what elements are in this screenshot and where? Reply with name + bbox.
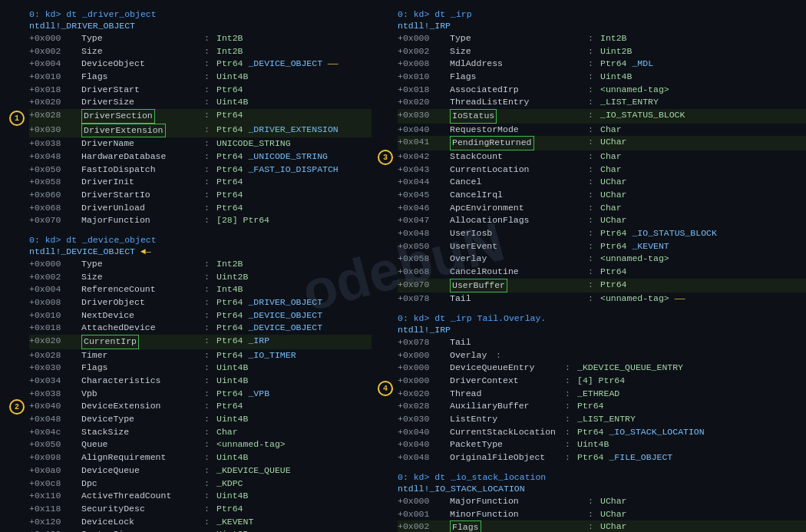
tail-sub-drivercontext: +0x000 DriverContext : [4] Ptr64 <box>398 375 806 388</box>
dev-field-refcount: +0x004 ReferenceCount : Int4B <box>29 283 372 296</box>
badge-2: 2 <box>9 399 25 415</box>
dev-field-activethreadcount: +0x110 ActiveThreadCount : Uint4B <box>29 490 372 503</box>
io-stack-block: 5 0: kd> dt _io_stack_location ntdll!_IO… <box>398 472 806 532</box>
cmd-io-stack: 0: kd> dt _io_stack_location <box>398 472 806 482</box>
device-object-block: 2 0: kd> dt _device_object ntdll!_DEVICE… <box>29 235 372 532</box>
dev-field-devicelock: +0x120 DeviceLock : _KEVENT <box>29 516 372 529</box>
irp-flags: +0x010 Flags : Uint4B <box>398 71 806 84</box>
irp-size: +0x002 Size : Uint2B <box>398 45 806 58</box>
io-field-majorfunc: +0x000 MajorFunction : UChar <box>398 495 806 508</box>
irp-currentlocation: +0x043 CurrentLocation : Char <box>398 164 806 177</box>
struct-device-object: ntdll!_DEVICE_OBJECT ◄— <box>29 246 372 256</box>
badge-1: 1 <box>9 111 25 126</box>
field-deviceobject: +0x004 DeviceObject : Ptr64 _DEVICE_OBJE… <box>29 58 372 71</box>
irp-useriosb: +0x048 UserIosb : Ptr64 _IO_STATUS_BLOCK <box>398 227 806 240</box>
tail-sub-origfileobj: +0x048 OriginalFileObject : Ptr64 _FILE_… <box>398 451 806 464</box>
dev-field-driverobject: +0x008 DriverObject : Ptr64 _DRIVER_OBJE… <box>29 296 372 309</box>
dev-field-devext: +0x040 DeviceExtension : Ptr64 <box>29 400 372 413</box>
irp-iostatus: +0x030 IoStatus : _IO_STATUS_BLOCK <box>398 109 806 124</box>
badge-4: 4 <box>378 381 393 396</box>
irp-pendingreturned: +0x041 PendingReturned : UChar <box>398 136 806 150</box>
tail-field-overlay: +0x000 Overlay : <box>398 349 806 362</box>
field-driverinit: +0x058 DriverInit : Ptr64 <box>29 176 372 189</box>
irp-fields: +0x000 Type : Int2B +0x002 Size : Uint2B… <box>398 32 806 306</box>
field-size: +0x002 Size : Int2B <box>29 45 372 58</box>
tail-sub-packettype: +0x040 PacketType : Uint4B <box>398 438 806 451</box>
irp-apcenvironment: +0x046 ApcEnvironment : Char <box>398 202 806 215</box>
dev-field-devqueue: +0x0a0 DeviceQueue : _KDEVICE_QUEUE <box>29 464 372 477</box>
struct-driver-object: ntdll!_DRIVER_OBJECT <box>29 21 372 31</box>
dev-field-securitydesc: +0x118 SecurityDesc : Ptr64 <box>29 503 372 516</box>
field-hwdatabase: +0x048 HardwareDatabase : Ptr64 _UNICODE… <box>29 150 372 164</box>
device-fields: +0x000 Type : Int2B +0x002 Size : Uint2B… <box>29 258 372 532</box>
dev-field-vpb: +0x038 Vpb : Ptr64 _VPB <box>29 388 372 401</box>
irp-cancelroutine: +0x068 CancelRoutine : Ptr64 <box>398 266 806 279</box>
irp-cancelirql: +0x045 CancelIrql : UChar <box>398 189 806 202</box>
cmd-irp-tail: 0: kd> dt _irp Tail.Overlay. <box>398 313 806 323</box>
field-driversize: +0x020 DriverSize : Uint4B <box>29 96 372 109</box>
dev-field-currentirp: +0x020 CurrentIrp : Ptr64 _IRP <box>29 335 372 349</box>
irp-allocationflags: +0x047 AllocationFlags : UChar <box>398 214 806 227</box>
struct-irp: ntdll!_IRP <box>398 21 806 31</box>
struct-irp-tail: ntdll!_IRP <box>398 325 806 335</box>
field-driverextension: +0x030 DriverExtension : Ptr64 _DRIVER_E… <box>29 124 372 138</box>
tail-sub-dqe: +0x000 DeviceQueueEntry : _KDEVICE_QUEUE… <box>398 362 806 375</box>
tail-field-tail: +0x078 Tail <box>398 336 806 349</box>
badge-3: 3 <box>378 150 393 165</box>
irp-type: +0x000 Type : Int2B <box>398 32 806 45</box>
field-flags: +0x010 Flags : Uint4B <box>29 71 372 84</box>
field-type: +0x000 Type : Int2B <box>29 32 372 45</box>
field-drivername: +0x038 DriverName : UNICODE_STRING <box>29 137 372 150</box>
field-driverunload: +0x068 DriverUnload : Ptr64 <box>29 202 372 215</box>
irp-tail-block: 4 0: kd> dt _irp Tail.Overlay. ntdll!_IR… <box>398 313 806 464</box>
field-driverstart: +0x018 DriverStart : Ptr64 <box>29 84 372 97</box>
irp-userevent: +0x050 UserEvent : Ptr64 _KEVENT <box>398 240 806 253</box>
driver-fields: +0x000 Type : Int2B +0x002 Size : Int2B … <box>29 32 372 227</box>
dev-field-size: +0x002 Size : Uint2B <box>29 271 372 284</box>
irp-mdladdress: +0x008 MdlAddress : Ptr64 _MDL <box>398 58 806 71</box>
struct-io-stack: ntdll!_IO_STACK_LOCATION <box>398 484 806 494</box>
dev-field-flags: +0x030 Flags : Uint4B <box>29 362 372 375</box>
left-panel: 1 0: kd> dt _driver_object ntdll!_DRIVER… <box>6 6 375 526</box>
tail-sub-listentry: +0x030 ListEntry : _LIST_ENTRY <box>398 413 806 426</box>
io-stack-fields: +0x000 MajorFunction : UChar +0x001 Mino… <box>398 495 806 532</box>
irp-tail: +0x078 Tail : <unnamed-tag> —— <box>398 292 806 306</box>
cmd-driver-object: 0: kd> dt _driver_object <box>29 9 372 19</box>
io-field-minorfunc: +0x001 MinorFunction : UChar <box>398 508 806 521</box>
field-driverstartio: +0x060 DriverStartIo : Ptr64 <box>29 189 372 202</box>
field-majorfunction: +0x070 MajorFunction : [28] Ptr64 <box>29 214 372 227</box>
cmd-device-object: 0: kd> dt _device_object <box>29 235 372 245</box>
dev-field-chars: +0x034 Characteristics : Uint4B <box>29 375 372 388</box>
driver-object-block: 1 0: kd> dt _driver_object ntdll!_DRIVER… <box>29 9 372 227</box>
field-driversection: +0x028 DriverSection : Ptr64 <box>29 109 372 124</box>
field-fastiodispatch: +0x050 FastIoDispatch : Ptr64 _FAST_IO_D… <box>29 164 372 177</box>
dev-field-devtype: +0x048 DeviceType : Uint4B <box>29 413 372 426</box>
irp-userbuffer: +0x070 UserBuffer : Ptr64 <box>398 279 806 293</box>
main-container: odebuN 1 0: kd> dt _driver_object ntdll!… <box>0 0 806 532</box>
cmd-irp: 0: kd> dt _irp <box>398 9 806 19</box>
dev-field-nextdevice: +0x010 NextDevice : Ptr64 _DEVICE_OBJECT <box>29 309 372 322</box>
tail-sub-thread: +0x020 Thread : _ETHREAD <box>398 388 806 401</box>
irp-stackcount: +0x042 StackCount : Char <box>398 150 806 164</box>
dev-field-attacheddevice: +0x018 AttachedDevice : Ptr64 _DEVICE_OB… <box>29 322 372 335</box>
irp-threadlistentry: +0x020 ThreadListEntry : _LIST_ENTRY <box>398 96 806 109</box>
dev-field-stacksize: +0x04c StackSize : Char <box>29 426 372 439</box>
irp-requestormode: +0x040 RequestorMode : Char <box>398 124 806 137</box>
io-field-flags: +0x002 Flags : UChar <box>398 520 806 532</box>
right-panel: 3 0: kd> dt _irp ntdll!_IRP +0x000 Type … <box>375 6 806 526</box>
irp-cancel: +0x044 Cancel : UChar <box>398 176 806 189</box>
dev-field-queue: +0x050 Queue : <unnamed-tag> <box>29 438 372 451</box>
irp-overlay: +0x058 Overlay : <unnamed-tag> <box>398 253 806 266</box>
dev-field-timer: +0x028 Timer : Ptr64 _IO_TIMER <box>29 349 372 362</box>
dev-field-sectorsize: +0x130 SectorSize : Uint2B <box>29 528 372 532</box>
irp-associatedirp: +0x018 AssociatedIrp : <unnamed-tag> <box>398 84 806 97</box>
tail-sub-currentstacklocation: +0x040 CurrentStackLocation : Ptr64 _IO_… <box>398 426 806 439</box>
irp-block: 3 0: kd> dt _irp ntdll!_IRP +0x000 Type … <box>398 9 806 306</box>
tail-sub-auxbuffer: +0x028 AuxiliaryBuffer : Ptr64 <box>398 400 806 413</box>
dev-field-type: +0x000 Type : Int2B <box>29 258 372 271</box>
irp-tail-fields: +0x078 Tail +0x000 Overlay : +0x000 Devi… <box>398 336 806 464</box>
dev-field-alignreq: +0x098 AlignRequirement : Uint4B <box>29 451 372 464</box>
dev-field-dpc: +0x0c8 Dpc : _KDPC <box>29 477 372 491</box>
